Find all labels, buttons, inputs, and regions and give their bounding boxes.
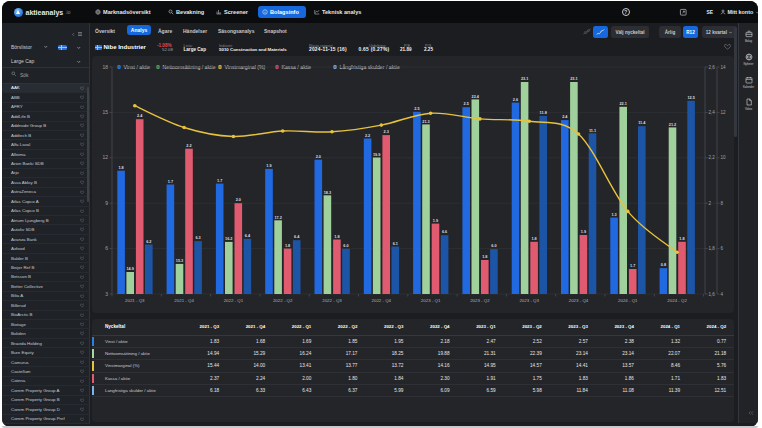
svg-text:2024 - Q1: 2024 - Q1 <box>618 298 638 303</box>
svg-text:2.3: 2.3 <box>384 130 389 134</box>
svg-text:2.5: 2.5 <box>464 102 469 106</box>
svg-text:4: 4 <box>721 292 724 297</box>
svg-text:2022 - Q2: 2022 - Q2 <box>273 298 293 303</box>
svg-text:11.1: 11.1 <box>589 129 596 133</box>
svg-text:12.5: 12.5 <box>687 96 694 100</box>
svg-text:2023 - Q3: 2023 - Q3 <box>519 298 539 303</box>
svg-text:1.9: 1.9 <box>581 230 586 234</box>
svg-text:1.8: 1.8 <box>482 255 487 259</box>
svg-text:1,8: 1,8 <box>709 246 716 251</box>
svg-text:2023 - Q4: 2023 - Q4 <box>569 298 589 303</box>
svg-text:1.8: 1.8 <box>118 166 123 170</box>
svg-text:22.4: 22.4 <box>472 95 480 99</box>
svg-text:1.9: 1.9 <box>266 164 271 168</box>
svg-text:0.8: 0.8 <box>661 263 666 267</box>
svg-text:1.9: 1.9 <box>433 219 438 223</box>
svg-text:21.2: 21.2 <box>669 123 676 127</box>
svg-text:1.7: 1.7 <box>217 179 222 183</box>
svg-text:2,6: 2,6 <box>709 65 716 70</box>
svg-text:2.4: 2.4 <box>562 115 568 119</box>
svg-text:6.0: 6.0 <box>343 244 348 248</box>
svg-text:2023 - Q1: 2023 - Q1 <box>421 298 441 303</box>
svg-text:6.0: 6.0 <box>491 244 496 248</box>
svg-text:11.8: 11.8 <box>540 111 547 115</box>
svg-text:6: 6 <box>721 246 724 251</box>
svg-text:11.4: 11.4 <box>638 121 646 125</box>
svg-text:6.4: 6.4 <box>294 235 300 239</box>
svg-text:1.8: 1.8 <box>679 237 684 241</box>
svg-text:16.2: 16.2 <box>225 237 232 241</box>
svg-text:12: 12 <box>102 154 108 160</box>
svg-text:18.3: 18.3 <box>324 191 331 195</box>
svg-text:15.3: 15.3 <box>176 259 183 263</box>
svg-text:12: 12 <box>721 110 727 115</box>
svg-text:18: 18 <box>102 64 108 70</box>
svg-text:14: 14 <box>721 65 727 70</box>
svg-text:1.3: 1.3 <box>611 213 616 217</box>
svg-text:2.2: 2.2 <box>186 144 191 148</box>
svg-text:2022 - Q1: 2022 - Q1 <box>224 298 244 303</box>
svg-text:2.2: 2.2 <box>365 134 370 138</box>
svg-text:2.0: 2.0 <box>236 198 241 202</box>
svg-text:10: 10 <box>721 155 727 160</box>
svg-text:1.8: 1.8 <box>531 237 536 241</box>
svg-text:15: 15 <box>102 109 108 115</box>
svg-text:2.5: 2.5 <box>414 107 419 111</box>
svg-text:9: 9 <box>105 200 108 206</box>
svg-text:2021 - Q3: 2021 - Q3 <box>125 298 145 303</box>
svg-text:17.2: 17.2 <box>274 216 281 220</box>
svg-text:14.9: 14.9 <box>127 267 134 271</box>
svg-text:6.1: 6.1 <box>393 242 398 246</box>
svg-text:1,6: 1,6 <box>709 292 716 297</box>
svg-text:1.8: 1.8 <box>285 244 290 248</box>
svg-text:23.1: 23.1 <box>521 77 528 81</box>
svg-text:19.9: 19.9 <box>373 153 380 157</box>
svg-text:2023 - Q2: 2023 - Q2 <box>470 298 490 303</box>
svg-text:2022 - Q3: 2022 - Q3 <box>322 298 342 303</box>
svg-text:8: 8 <box>721 201 724 206</box>
svg-text:2: 2 <box>709 201 712 206</box>
svg-text:21.3: 21.3 <box>422 120 429 124</box>
svg-text:2021 - Q4: 2021 - Q4 <box>174 298 194 303</box>
svg-text:2.6: 2.6 <box>513 98 518 102</box>
svg-text:2.4: 2.4 <box>137 114 143 118</box>
svg-text:23.1: 23.1 <box>570 77 577 81</box>
svg-text:2,2: 2,2 <box>709 155 716 160</box>
svg-text:3: 3 <box>105 291 108 297</box>
svg-text:2,4: 2,4 <box>709 110 716 115</box>
svg-text:6: 6 <box>105 245 108 251</box>
svg-text:22.1: 22.1 <box>620 102 627 106</box>
svg-text:6.4: 6.4 <box>245 234 251 238</box>
svg-text:2.0: 2.0 <box>316 155 321 159</box>
svg-text:2024 - Q2: 2024 - Q2 <box>667 298 687 303</box>
svg-text:6.3: 6.3 <box>195 236 200 240</box>
svg-text:6.6: 6.6 <box>442 230 447 234</box>
svg-text:1.7: 1.7 <box>168 180 173 184</box>
svg-text:1.8: 1.8 <box>334 235 339 239</box>
svg-text:2022 - Q4: 2022 - Q4 <box>372 298 392 303</box>
svg-text:1.7: 1.7 <box>630 264 635 268</box>
svg-text:6.2: 6.2 <box>146 240 151 244</box>
